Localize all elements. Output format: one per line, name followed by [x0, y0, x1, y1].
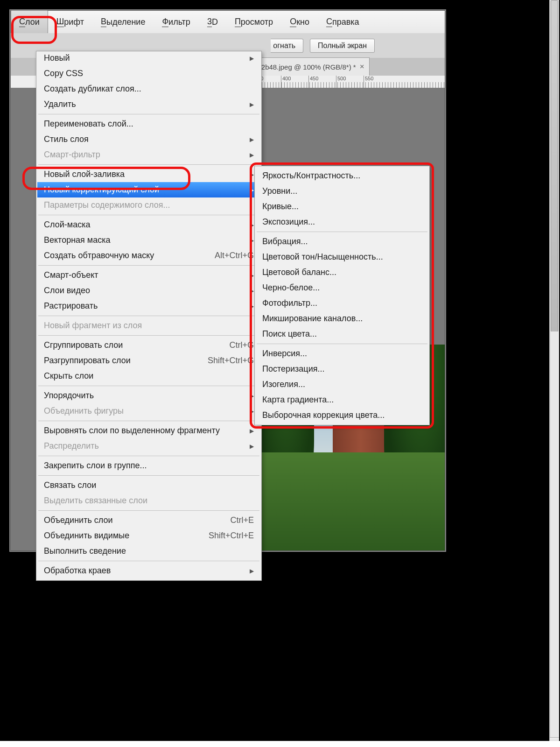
- menu-item-label: Распределить: [44, 441, 99, 451]
- menu-item[interactable]: Переименовать слой...: [37, 116, 260, 132]
- menu-item-label: Инверсия...: [262, 349, 307, 359]
- menu-item[interactable]: Карта градиента...: [256, 392, 428, 408]
- menu-separator: [38, 386, 259, 386]
- menu-слои[interactable]: Слои: [11, 10, 48, 34]
- menu-item[interactable]: Выборочная коррекция цвета...: [256, 408, 428, 423]
- menu-separator: [38, 316, 259, 316]
- menu-выделение[interactable]: Выделение: [92, 11, 154, 33]
- menu-item-label: Объединить фигуры: [44, 406, 124, 416]
- menu-item[interactable]: Поиск цвета...: [256, 326, 428, 342]
- menu-item[interactable]: Объединить видимыеShift+Ctrl+E: [37, 528, 260, 543]
- menu-item[interactable]: Черно-белое...: [256, 280, 428, 296]
- menu-separator: [38, 164, 259, 165]
- menu-фильтр[interactable]: Фильтр: [154, 11, 198, 33]
- menu-item[interactable]: Выровнять слои по выделенному фрагменту▶: [37, 423, 260, 438]
- submenu-arrow-icon: ▶: [250, 55, 254, 62]
- menu-separator: [38, 510, 259, 511]
- menu-item-label: Изогелия...: [262, 380, 305, 389]
- menu-item-label: Создать обтравочную маску: [44, 251, 154, 261]
- menu-item[interactable]: Экспозиция...: [256, 214, 428, 230]
- menu-item[interactable]: Постеризация...: [256, 361, 428, 377]
- menu-item-label: Параметры содержимого слоя...: [44, 200, 170, 210]
- menu-separator: [38, 456, 259, 456]
- menu-item[interactable]: Смарт-объект▶: [37, 268, 260, 283]
- menu-item[interactable]: Слои видео▶: [37, 283, 260, 298]
- ruler-tick: 400: [282, 76, 291, 81]
- submenu-arrow-icon: ▶: [250, 272, 254, 279]
- menu-item-label: Переименовать слой...: [44, 119, 133, 129]
- menu-item[interactable]: Уровни...: [256, 183, 428, 199]
- page-scrollbar[interactable]: ▾: [549, 0, 559, 747]
- menu-item[interactable]: Цветовой тон/Насыщенность...: [256, 249, 428, 265]
- menu-shortcut: Shift+Ctrl+E: [209, 531, 254, 541]
- ruler-tick: 450: [310, 76, 318, 81]
- close-icon[interactable]: ×: [360, 62, 364, 71]
- menu-item[interactable]: Слой-маска▶: [37, 217, 260, 233]
- menu-item[interactable]: Кривые...: [256, 199, 428, 214]
- menu-item[interactable]: Разгруппировать слоиShift+Ctrl+G: [37, 353, 260, 368]
- menu-item: Выделить связанные слои: [37, 493, 260, 508]
- menu-item[interactable]: Copy CSS: [37, 66, 260, 81]
- menu-item[interactable]: Векторная маска▶: [37, 233, 260, 248]
- menu-item-label: Создать дубликат слоя...: [44, 84, 141, 94]
- menu-item[interactable]: Обработка краев▶: [37, 563, 260, 578]
- menu-item[interactable]: Скрыть слои: [37, 368, 260, 384]
- menu-item[interactable]: Новый▶: [37, 50, 260, 66]
- menu-separator: [38, 475, 259, 476]
- menu-item-label: Черно-белое...: [262, 283, 320, 293]
- menu-item-label: Выделить связанные слои: [44, 496, 147, 506]
- menu-item[interactable]: Вибрация...: [256, 234, 428, 249]
- menu-item[interactable]: Выполнить сведение: [37, 543, 260, 559]
- menu-item-label: Фотофильтр...: [262, 298, 317, 308]
- menu-item[interactable]: Стиль слоя▶: [37, 132, 260, 147]
- menu-item: Смарт-фильтр▶: [37, 147, 260, 162]
- submenu-arrow-icon: ▶: [250, 408, 254, 415]
- screenshot-root: СлоиШрифтВыделениеФильтр3DПросмотрОкноСп…: [0, 0, 560, 747]
- menu-item[interactable]: Микширование каналов...: [256, 311, 428, 326]
- menu-item-label: Постеризация...: [262, 364, 324, 374]
- menu-item-label: Уровни...: [262, 186, 297, 196]
- menu-item[interactable]: Сгруппировать слоиCtrl+G: [37, 338, 260, 353]
- menu-item-label: Вибрация...: [262, 237, 308, 247]
- document-tab-title: 5c2b48.jpeg @ 100% (RGB/8*) *: [254, 63, 356, 71]
- menu-3d[interactable]: 3D: [199, 11, 226, 33]
- menu-shortcut: Ctrl+E: [230, 515, 254, 525]
- menu-shortcut: Shift+Ctrl+G: [208, 356, 254, 366]
- scroll-thumb[interactable]: [551, 0, 558, 332]
- menu-item-label: Слой-маска: [44, 220, 90, 230]
- menu-item: Распределить▶: [37, 438, 260, 454]
- menu-item-label: Объединить слои: [44, 515, 113, 525]
- menu-item[interactable]: Закрепить слои в группе...: [37, 458, 260, 473]
- menu-item[interactable]: Упорядочить▶: [37, 388, 260, 403]
- menu-item[interactable]: Новый корректирующий слой▶: [37, 182, 260, 197]
- menu-item[interactable]: Изогелия...: [256, 377, 428, 392]
- menu-item[interactable]: Цветовой баланс...: [256, 265, 428, 280]
- menu-item[interactable]: Связать слои: [37, 478, 260, 493]
- menu-item[interactable]: Создать обтравочную маскуAlt+Ctrl+G: [37, 248, 260, 263]
- menu-item[interactable]: Фотофильтр...: [256, 296, 428, 311]
- menu-item: Объединить фигуры▶: [37, 403, 260, 419]
- menu-item[interactable]: Растрировать▶: [37, 298, 260, 314]
- menu-item[interactable]: Новый слой-заливка▶: [37, 167, 260, 182]
- submenu-arrow-icon: ▶: [250, 152, 254, 158]
- menu-окно[interactable]: Окно: [281, 11, 318, 33]
- fullscreen-button[interactable]: Полный экран: [310, 39, 375, 53]
- menu-item-label: Новый корректирующий слой: [44, 185, 159, 195]
- menu-item[interactable]: Инверсия...: [256, 346, 428, 361]
- menu-item[interactable]: Удалить▶: [37, 97, 260, 112]
- menu-справка[interactable]: Справка: [318, 11, 368, 33]
- menu-item-label: Поиск цвета...: [262, 329, 317, 339]
- menu-просмотр[interactable]: Просмотр: [226, 11, 281, 33]
- document-tab[interactable]: 5c2b48.jpeg @ 100% (RGB/8*) * ×: [249, 57, 370, 76]
- menu-item-label: Новый слой-заливка: [44, 169, 125, 179]
- menu-item-label: Объединить видимые: [44, 531, 129, 541]
- menu-шрифт[interactable]: Шрифт: [48, 11, 92, 33]
- fit-button[interactable]: огнать: [271, 39, 303, 53]
- menu-item[interactable]: Объединить слоиCtrl+E: [37, 513, 260, 528]
- menu-separator: [38, 335, 259, 336]
- menu-item-label: Кривые...: [262, 202, 299, 211]
- menu-item: Параметры содержимого слоя...: [37, 197, 260, 213]
- menu-item[interactable]: Создать дубликат слоя...: [37, 81, 260, 97]
- menu-item-label: Обработка краев: [44, 566, 111, 576]
- menu-item[interactable]: Яркость/Контрастность...: [256, 168, 428, 183]
